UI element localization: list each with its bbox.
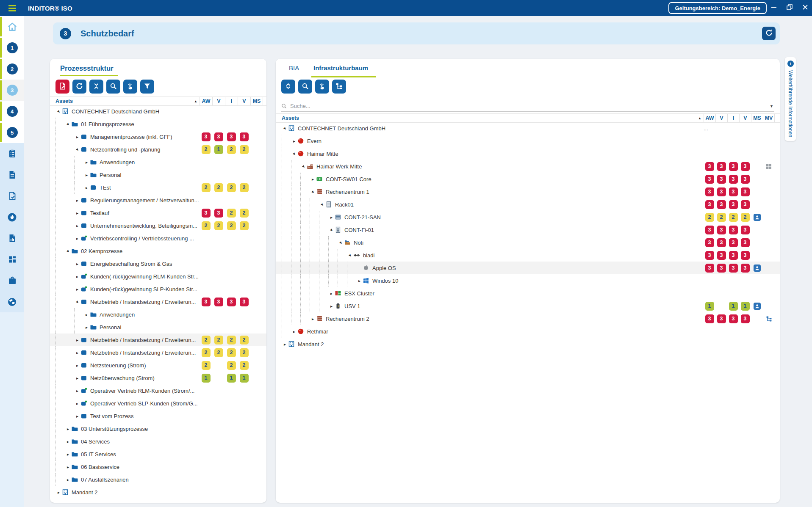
tree-row[interactable]: ▾01 Führungsprozesse bbox=[50, 118, 266, 130]
tree-row[interactable]: ▸Netzbetrieb / Instandsetzung / Erweiter… bbox=[50, 346, 266, 359]
expand-node-icon[interactable]: ▸ bbox=[65, 439, 71, 444]
restore-button[interactable] bbox=[786, 5, 793, 12]
sidebar-item-document[interactable] bbox=[0, 164, 24, 185]
expand-node-icon[interactable]: ▸ bbox=[74, 198, 80, 203]
tree-row[interactable]: ▸Regulierungsmanagement / Netzverwaltun.… bbox=[50, 194, 266, 207]
expand-node-icon[interactable]: ▸ bbox=[65, 465, 71, 469]
tree-row[interactable]: ▸Anwendungen bbox=[50, 308, 266, 321]
tree-row[interactable]: ▸Kunden(-rück)gewinnung RLM-Kunden Str..… bbox=[50, 270, 266, 283]
tree-view-button[interactable] bbox=[332, 80, 346, 94]
sidebar-item-globe[interactable] bbox=[0, 291, 24, 312]
column-header-v-1[interactable]: V bbox=[715, 114, 727, 122]
person-indicator-icon[interactable] bbox=[754, 214, 761, 221]
expand-node-icon[interactable]: ▸ bbox=[74, 236, 80, 241]
tree-row[interactable]: ▸CONT-21-SAN2222 bbox=[276, 211, 780, 223]
sidebar-item-document-check[interactable] bbox=[0, 185, 24, 207]
tree-row[interactable]: ▸Personal bbox=[50, 168, 266, 181]
tree-row[interactable]: ▸Test vom Prozess bbox=[50, 410, 266, 422]
sidebar-item-fire[interactable] bbox=[0, 207, 24, 228]
tree-row[interactable]: ▾Rechenzentrum 13333 bbox=[276, 185, 780, 198]
search-button[interactable] bbox=[106, 80, 120, 94]
refresh-button[interactable] bbox=[72, 80, 86, 94]
tree-row[interactable]: ▸Netzüberwachung (Strom)111 bbox=[50, 372, 266, 384]
column-header-v-3[interactable]: V bbox=[238, 97, 250, 105]
column-header-aw-0[interactable]: AW bbox=[704, 114, 715, 122]
tree-row[interactable]: ▸Netzsteuerung (Strom)222 bbox=[50, 359, 266, 372]
expand-node-icon[interactable]: ▸ bbox=[83, 312, 90, 317]
expand-node-icon[interactable]: ▸ bbox=[74, 223, 80, 228]
search-input[interactable] bbox=[289, 102, 770, 110]
tree-row[interactable]: ▸USV 1111 bbox=[276, 300, 780, 312]
sidebar-item-clipboard[interactable] bbox=[0, 143, 24, 164]
expand-node-icon[interactable]: ▸ bbox=[310, 177, 316, 182]
expand-node-icon[interactable]: ▸ bbox=[328, 304, 335, 309]
dropdown-caret-icon[interactable]: ▼ bbox=[770, 104, 773, 108]
column-header-aw-0[interactable]: AW bbox=[200, 97, 212, 105]
expand-node-icon[interactable]: ▸ bbox=[55, 490, 62, 495]
expand-node-icon[interactable]: ▸ bbox=[74, 389, 80, 393]
expand-node-icon[interactable]: ▸ bbox=[65, 452, 71, 457]
tree-row[interactable]: ▾CONTECHNET Deutschland GmbH bbox=[50, 105, 266, 118]
sidebar-item-briefcase[interactable] bbox=[0, 270, 24, 291]
tree-row[interactable]: Apple OS3333 bbox=[276, 262, 780, 274]
column-header-v-3[interactable]: V bbox=[739, 114, 751, 122]
expand-node-icon[interactable]: ▸ bbox=[74, 414, 80, 419]
person-indicator-icon[interactable] bbox=[754, 265, 761, 272]
tree-row[interactable]: ▸Rethmar bbox=[276, 325, 780, 338]
tree-row[interactable]: ▸TEst2222 bbox=[50, 181, 266, 194]
expand-node-icon[interactable]: ▸ bbox=[83, 185, 90, 190]
tree-row[interactable]: ▸Kunden(-rück)gewinnung SLP-Kunden Str..… bbox=[50, 283, 266, 295]
tree-row[interactable]: ▸Windos 10 bbox=[276, 274, 780, 287]
sort-asc-icon[interactable]: ▲ bbox=[194, 99, 197, 103]
tree-row[interactable]: ▸Testlauf3322 bbox=[50, 207, 266, 219]
column-header-mv-5[interactable]: MV bbox=[763, 114, 775, 122]
tree-row[interactable]: ▸Personal bbox=[50, 321, 266, 333]
expand-node-icon[interactable]: ▸ bbox=[74, 338, 80, 342]
tree-row[interactable]: ▸Rechenzentrum 23333 bbox=[276, 312, 780, 325]
tree-row[interactable]: ▾Haimar Werk Mitte3333 bbox=[276, 160, 780, 173]
tree-row[interactable]: ▾Netzcontrolling und -planung2122 bbox=[50, 143, 266, 156]
column-header-i-2[interactable]: I bbox=[225, 97, 238, 105]
expand-node-icon[interactable]: ▸ bbox=[65, 427, 71, 431]
collapse-all-button[interactable] bbox=[89, 80, 103, 94]
tree-row[interactable]: ▸07 Ausfallszenarien bbox=[50, 473, 266, 486]
expand-node-icon[interactable]: ▸ bbox=[74, 363, 80, 368]
tree-row[interactable]: ▸Mandant 2 bbox=[50, 486, 266, 499]
tree-row[interactable]: ▾02 Kernprozesse bbox=[50, 245, 266, 257]
expand-node-icon[interactable]: ▸ bbox=[74, 135, 80, 139]
tree-row[interactable]: ▸05 IT Services bbox=[50, 448, 266, 460]
touch-button[interactable] bbox=[123, 80, 137, 94]
grid-indicator-icon[interactable] bbox=[765, 163, 773, 170]
further-info-tab[interactable]: i Weiterführende Informationen bbox=[785, 57, 796, 141]
expand-node-icon[interactable]: ▸ bbox=[83, 173, 90, 177]
sidebar-item-dashboard[interactable] bbox=[0, 249, 24, 270]
tree-row[interactable]: ▾Rack013333 bbox=[276, 198, 780, 211]
tree-row[interactable]: ▸03 Unterstützungsprozesse bbox=[50, 422, 266, 435]
expand-node-icon[interactable]: ▸ bbox=[83, 160, 90, 165]
close-button[interactable] bbox=[801, 5, 809, 12]
assets-column-header[interactable]: Assets ▲ bbox=[55, 97, 200, 105]
expand-node-icon[interactable]: ▸ bbox=[291, 139, 297, 143]
sort-asc-icon[interactable]: ▲ bbox=[698, 116, 701, 120]
tree-row[interactable]: ▸Evern bbox=[276, 135, 780, 147]
expand-node-icon[interactable]: ▸ bbox=[328, 291, 335, 296]
tab-infrastrukturbaum[interactable]: Infrastrukturbaum bbox=[313, 64, 368, 72]
expand-node-icon[interactable]: ▸ bbox=[74, 350, 80, 355]
tree-row[interactable]: ▸Mandant 2 bbox=[276, 338, 780, 350]
tree-row[interactable]: ▸CONT-SW01 Core3333 bbox=[276, 173, 780, 185]
expand-all-button[interactable] bbox=[281, 80, 295, 94]
tree-row[interactable]: ▸Netzbetrieb / Instandsetzung / Erweiter… bbox=[50, 333, 266, 346]
sidebar-item-step-4[interactable]: 4 bbox=[0, 101, 24, 122]
tab-bia[interactable]: BIA bbox=[289, 64, 299, 72]
expand-node-icon[interactable]: ▸ bbox=[83, 325, 90, 330]
expand-node-icon[interactable]: ▸ bbox=[74, 376, 80, 380]
sidebar-item-step-2[interactable]: 2 bbox=[0, 58, 24, 80]
expand-node-icon[interactable]: ▸ bbox=[291, 329, 297, 334]
page-refresh-button[interactable] bbox=[762, 27, 776, 40]
tree-row[interactable]: ▸ESX Cluster bbox=[276, 287, 780, 300]
tree-row[interactable]: ▸Unternehmensentwicklung, Beteiligungsm.… bbox=[50, 219, 266, 232]
person-indicator-icon[interactable] bbox=[754, 303, 761, 310]
sidebar-item-step-1[interactable]: 1 bbox=[0, 37, 24, 58]
sidebar-item-step-5[interactable]: 5 bbox=[0, 122, 24, 143]
expand-node-icon[interactable]: ▸ bbox=[356, 278, 363, 283]
